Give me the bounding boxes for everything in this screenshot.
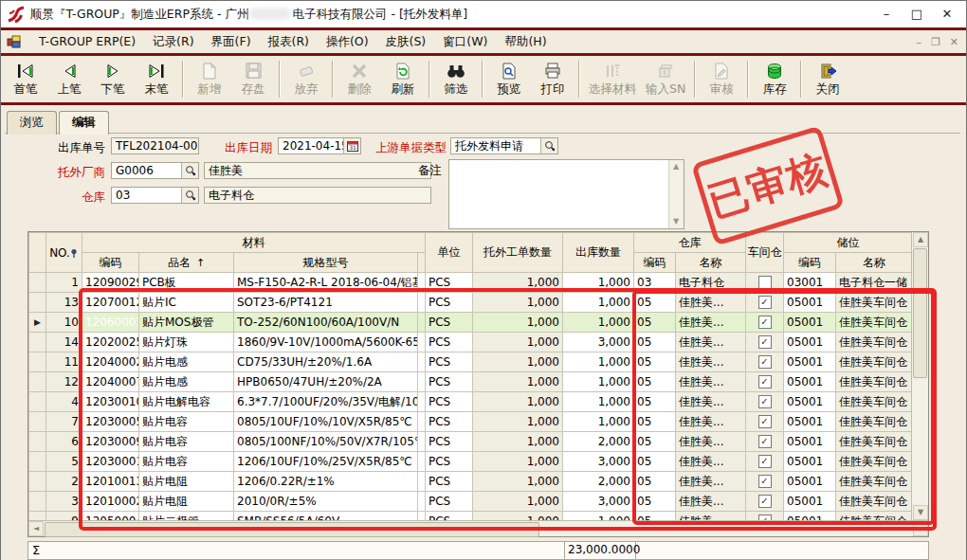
cell-out-qty[interactable]: 1,000 <box>563 372 634 392</box>
cell-warehouse-code[interactable]: 05 <box>634 412 676 432</box>
cell-clipped[interactable] <box>418 492 426 512</box>
cell-material-code[interactable]: 12030001 <box>82 452 139 472</box>
cell-location-code[interactable]: 05001 <box>784 412 836 432</box>
close-button[interactable]: ✕ <box>932 1 962 27</box>
menu-item-3[interactable]: 报表(R) <box>260 32 318 52</box>
toolbar-button-下笔[interactable]: 下笔 <box>91 57 135 101</box>
cell-no[interactable]: 7 <box>46 412 82 432</box>
cell-location-name[interactable]: 佳胜美车间仓 <box>836 293 913 313</box>
cell-no[interactable]: 13 <box>46 293 82 313</box>
cell-wo-qty[interactable]: 1,000 <box>473 492 563 512</box>
cell-material-code[interactable]: 12040007 <box>82 372 139 392</box>
doc-no-field[interactable]: TFL202104-0022 <box>111 137 199 154</box>
table-row[interactable]: 1312070012贴片ICSOT23-6/PT4121PCS1,0001,00… <box>29 293 913 313</box>
cell-material-code[interactable]: 12090029 <box>82 273 139 293</box>
toolbar-button-关闭[interactable]: 关闭 <box>806 57 849 101</box>
cell-no[interactable]: 6 <box>46 432 82 452</box>
cell-spec[interactable]: 0805/100NF/10%/50V/X7R/105℃ <box>234 432 418 452</box>
cell-wo-qty[interactable]: 1,000 <box>473 352 563 372</box>
cell-no[interactable]: 4 <box>46 392 82 412</box>
cell-location-code[interactable]: 05001 <box>784 293 836 313</box>
cell-material-name[interactable]: 贴片电容 <box>139 452 234 472</box>
cell-workshop-checkbox[interactable]: ✓ <box>746 512 784 521</box>
cell-wo-qty[interactable]: 1,000 <box>473 452 563 472</box>
scroll-up-icon[interactable]: ▲ <box>669 160 683 173</box>
cell-location-name[interactable]: 佳胜美车间仓 <box>836 313 913 333</box>
cell-warehouse-name[interactable]: 佳胜美... <box>676 392 746 412</box>
cell-location-name[interactable]: 佳胜美车间仓 <box>836 412 913 432</box>
col-header-clipped[interactable] <box>418 253 426 273</box>
cell-location-name[interactable]: 佳胜美车间仓 <box>836 512 913 521</box>
cell-warehouse-code[interactable]: 05 <box>634 432 676 452</box>
remark-scrollbar[interactable]: ▲ ▼ <box>668 160 684 228</box>
cell-warehouse-name[interactable]: 佳胜美... <box>676 412 746 432</box>
cell-material-code[interactable]: 12010002 <box>82 492 139 512</box>
cell-wo-qty[interactable]: 1,000 <box>473 432 563 452</box>
scroll-up-icon[interactable]: ▲ <box>913 232 928 247</box>
cell-material-name[interactable]: 贴片电阻 <box>139 472 234 492</box>
cell-out-qty[interactable]: 1,000 <box>563 512 634 521</box>
cell-out-qty[interactable]: 3,000 <box>563 492 634 512</box>
col-header-no[interactable]: NO. <box>46 233 82 273</box>
cell-clipped[interactable] <box>418 293 426 313</box>
scroll-down-icon[interactable]: ▼ <box>669 215 683 228</box>
row-indicator[interactable] <box>29 293 46 313</box>
cell-wo-qty[interactable]: 1,000 <box>473 372 563 392</box>
cell-workshop-checkbox[interactable]: ✓ <box>746 412 784 432</box>
cell-unit[interactable]: PCS <box>426 432 473 452</box>
cell-wo-qty[interactable]: 1,000 <box>473 392 563 412</box>
grid-vertical-scrollbar[interactable]: ▲ ▼ <box>911 232 928 520</box>
cell-location-name[interactable]: 佳胜美车间仓 <box>836 392 913 412</box>
table-row[interactable]: 112090029PCB板MS-F150-A2-R-L 2018-06-04/铝… <box>29 273 913 293</box>
cell-location-name[interactable]: 佳胜美车间仓 <box>836 492 913 512</box>
cell-no[interactable]: 1 <box>46 273 82 293</box>
toolbar-button-首笔[interactable]: 首笔 <box>4 57 47 101</box>
cell-material-name[interactable]: PCB板 <box>139 273 234 293</box>
menu-item-5[interactable]: 皮肤(S) <box>377 32 435 52</box>
menu-item-0[interactable]: T-GROUP ERP(E) <box>30 32 144 52</box>
menu-item-1[interactable]: 记录(R) <box>144 32 202 52</box>
cell-location-name[interactable]: 电子料仓一储 <box>836 273 913 293</box>
cell-clipped[interactable] <box>418 432 426 452</box>
cell-clipped[interactable] <box>418 372 426 392</box>
cell-spec[interactable]: 2010/0R/±5% <box>234 492 418 512</box>
toolbar-button-刷新[interactable]: 刷新 <box>381 57 425 101</box>
cell-workshop-checkbox[interactable]: ✓ <box>746 293 784 313</box>
cell-location-code[interactable]: 05001 <box>784 372 836 392</box>
tab-browse[interactable]: 浏览 <box>7 111 57 135</box>
cell-material-name[interactable]: 贴片二极管 <box>139 512 234 521</box>
menu-item-4[interactable]: 操作(O) <box>318 32 377 52</box>
cell-workshop-checkbox[interactable]: ✓ <box>746 452 784 472</box>
cell-warehouse-name[interactable]: 佳胜美... <box>676 492 746 512</box>
menu-item-6[interactable]: 窗口(W) <box>434 32 496 52</box>
toolbar-button-打印[interactable]: 打印 <box>531 57 575 101</box>
checkbox-checked-icon[interactable]: ✓ <box>758 455 772 468</box>
cell-clipped[interactable] <box>418 392 426 412</box>
cell-no[interactable]: 2 <box>46 472 82 492</box>
col-header-spec[interactable]: 规格型号 <box>234 253 418 273</box>
cell-clipped[interactable] <box>418 512 426 521</box>
cell-clipped[interactable] <box>418 333 426 352</box>
upstream-type-field[interactable]: 托外发料申请 <box>450 137 558 154</box>
cell-no[interactable]: 14 <box>46 333 82 352</box>
cell-material-name[interactable]: 贴片电阻 <box>139 492 234 512</box>
cell-spec[interactable]: 1206/0.22R/±1% <box>234 472 418 492</box>
cell-wo-qty[interactable]: 1,000 <box>473 333 563 352</box>
table-row[interactable]: 312010002贴片电阻2010/0R/±5%PCS1,0003,00005佳… <box>29 492 913 512</box>
cell-material-name[interactable]: 贴片电容 <box>139 432 234 452</box>
cell-location-code[interactable]: 05001 <box>784 452 836 472</box>
col-header-wh-code[interactable]: 编码 <box>634 253 676 273</box>
checkbox-checked-icon[interactable]: ✓ <box>758 495 772 508</box>
checkbox-checked-icon[interactable]: ✓ <box>758 335 772 349</box>
cell-unit[interactable]: PCS <box>426 512 473 521</box>
cell-location-name[interactable]: 佳胜美车间仓 <box>836 432 913 452</box>
cell-warehouse-code[interactable]: 05 <box>634 352 676 372</box>
cell-warehouse-name[interactable]: 佳胜美... <box>676 432 746 452</box>
cell-warehouse-code[interactable]: 05 <box>634 372 676 392</box>
cell-wo-qty[interactable]: 1,000 <box>473 273 563 293</box>
cell-wo-qty[interactable]: 1,000 <box>473 472 563 492</box>
cell-location-code[interactable]: 05001 <box>784 492 836 512</box>
cell-warehouse-name[interactable]: 佳胜美... <box>676 293 746 313</box>
cell-unit[interactable]: PCS <box>426 372 473 392</box>
cell-out-qty[interactable]: 1,000 <box>563 293 634 313</box>
